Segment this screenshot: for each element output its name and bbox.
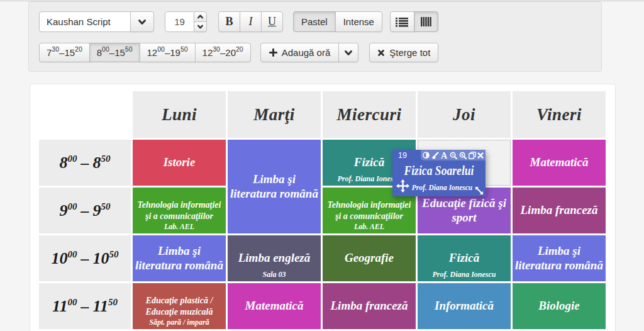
lesson-subject: Limba franceză: [514, 203, 604, 217]
lesson-cell[interactable]: Istorie: [133, 140, 226, 186]
lesson-note: Lab. AEL: [323, 222, 416, 231]
lesson-subject: Informatică: [419, 299, 509, 313]
copy-icon[interactable]: [469, 152, 476, 159]
lesson-cell[interactable]: Limba şi literatura română: [133, 235, 226, 281]
add-hour-group: Adaugă oră: [260, 43, 359, 62]
add-hour-caret-button[interactable]: [338, 43, 358, 62]
font-size-input[interactable]: [165, 11, 194, 32]
plus-icon: [269, 48, 277, 57]
day-header-row: LuniMarţiMiercuriJoiVineri: [39, 91, 606, 138]
lesson-cell[interactable]: Matematică: [228, 283, 321, 329]
font-family-select[interactable]: Kaushan Script: [39, 11, 154, 32]
lesson-cell[interactable]: FizicăProf. Diana Ionescu: [418, 235, 511, 281]
lesson-subject: Biologie: [514, 299, 604, 313]
clear-all-button[interactable]: Şterge tot: [369, 43, 438, 62]
move-icon[interactable]: [396, 179, 409, 193]
contrast-icon[interactable]: [423, 152, 430, 159]
lesson-note: Prof. Diana Ionescu: [418, 270, 511, 279]
lesson-subject: Limba şi literatura română: [230, 172, 319, 201]
chevron-down-icon: [197, 24, 204, 30]
timetable-row: 800–850IstorieLimba şi literatura română…: [39, 140, 606, 186]
underline-button[interactable]: U: [261, 11, 283, 32]
brush-icon[interactable]: [431, 152, 439, 159]
lesson-cell[interactable]: Biologie: [513, 283, 606, 329]
hour-label: 800–850: [39, 140, 131, 186]
font-icon[interactable]: A: [440, 152, 448, 159]
add-hour-button[interactable]: Adaugă oră: [260, 43, 340, 62]
timetable-panel: LuniMarţiMiercuriJoiVineri800–850Istorie…: [30, 84, 616, 331]
lesson-subject: Educaţie fizică şi sport: [419, 196, 509, 225]
timetable-row: 1000–1050Limba şi literatura românăLimba…: [39, 235, 606, 281]
font-size-badge: 19: [398, 151, 407, 160]
time-preset-button[interactable]: 1200–1950: [140, 43, 196, 62]
intense-button[interactable]: Intense: [335, 11, 382, 32]
hour-label: 900–950: [39, 188, 131, 233]
italic-button[interactable]: I: [240, 11, 262, 32]
lesson-note: Săpt. pară / impară: [133, 318, 226, 327]
lesson-card-subtitle: Prof. Diana Ionescu: [401, 182, 483, 193]
chevron-down-icon: [344, 49, 353, 57]
toolbar-row-2: 730–1520800–15501200–19501230–2020 Adaug…: [39, 43, 591, 62]
lesson-subject: Limba franceză: [325, 299, 414, 313]
palette-toggle-group: Pastel Intense: [293, 11, 382, 32]
lesson-subject: Matematică: [230, 299, 319, 313]
timetable-row: 900–950Tehnologia informaţiei şi a comun…: [39, 188, 606, 233]
resize-icon[interactable]: [475, 186, 484, 195]
lesson-subject: Tehnologia informaţiei şi a comunicaţiil…: [135, 199, 224, 222]
lesson-card-toolbar: A: [421, 150, 486, 160]
lesson-subject: Limba engleză: [230, 251, 319, 265]
chevron-down-icon: [138, 18, 147, 26]
floating-lesson-card[interactable]: 19 A Fizica Soarelui Prof. Diana Ionescu: [392, 150, 486, 196]
toolbar: Kaushan Script B I U Pastel Intense: [28, 1, 602, 72]
text-style-group: B I U: [218, 11, 283, 32]
font-size-down-button[interactable]: [194, 21, 207, 32]
font-size-up-button[interactable]: [194, 11, 207, 22]
font-family-caret-button[interactable]: [130, 11, 154, 32]
lesson-subject: Fizică: [419, 251, 509, 265]
bold-button[interactable]: B: [218, 11, 240, 32]
timetable-row: 1100–1150Educaţie plastică / Educaţie mu…: [39, 283, 606, 329]
time-preset-button[interactable]: 800–1550: [89, 43, 140, 62]
lesson-cell[interactable]: Informatică: [418, 283, 511, 329]
lesson-subject: Educaţie plastică / Educaţie muzicală: [135, 295, 224, 317]
lesson-note: Sala 03: [228, 270, 321, 279]
pastel-button[interactable]: Pastel: [293, 11, 336, 32]
layout-toggle-group: [390, 11, 438, 32]
hour-label: 1100–1150: [39, 283, 131, 329]
lesson-cell[interactable]: Geografie: [323, 235, 416, 281]
lesson-subject: Geografie: [325, 251, 414, 265]
hour-label: 1000–1050: [39, 235, 131, 281]
font-size-control: [165, 11, 207, 32]
lesson-cell[interactable]: Limba englezăSala 03: [228, 235, 321, 281]
layout-columns-button[interactable]: [414, 11, 438, 32]
lesson-card-title: Fizica Soarelui: [398, 164, 480, 178]
lesson-cell[interactable]: Tehnologia informaţiei şi a comunicaţiil…: [133, 188, 226, 233]
layout-rows-button[interactable]: [390, 11, 414, 32]
lesson-subject: Limba şi literatura română: [514, 244, 604, 272]
time-preset-button[interactable]: 730–1520: [39, 43, 90, 62]
lesson-note: Lab. AEL: [133, 222, 226, 231]
chevron-up-icon: [197, 14, 204, 20]
font-size-spinners: [194, 11, 207, 32]
zoom-out-icon[interactable]: [450, 152, 457, 159]
lesson-subject: Matematică: [514, 155, 604, 169]
font-family-value[interactable]: Kaushan Script: [39, 11, 131, 32]
lesson-cell[interactable]: Limba şi literatura română: [513, 235, 606, 281]
lesson-cell[interactable]: Limba franceză: [513, 188, 606, 233]
columns-icon: [421, 17, 431, 26]
lesson-cell[interactable]: Limba şi literatura română: [228, 140, 321, 233]
lesson-cell[interactable]: Matematică: [513, 140, 606, 186]
toolbar-row-1: Kaushan Script B I U Pastel Intense: [39, 11, 591, 32]
lesson-subject: Limba şi literatura română: [135, 244, 224, 272]
day-header: Luni: [133, 91, 226, 138]
timetable: LuniMarţiMiercuriJoiVineri800–850Istorie…: [37, 89, 608, 331]
lesson-cell[interactable]: Limba franceză: [323, 283, 416, 329]
lesson-cell[interactable]: Educaţie plastică / Educaţie muzicalăSăp…: [133, 283, 226, 329]
close-icon[interactable]: [477, 152, 484, 159]
day-header: Marţi: [228, 91, 321, 138]
zoom-in-icon[interactable]: [459, 152, 467, 159]
times-icon: [377, 49, 385, 57]
lesson-subject: Istorie: [135, 155, 224, 169]
day-header: Miercuri: [323, 91, 416, 138]
time-preset-button[interactable]: 1230–2020: [195, 43, 251, 62]
